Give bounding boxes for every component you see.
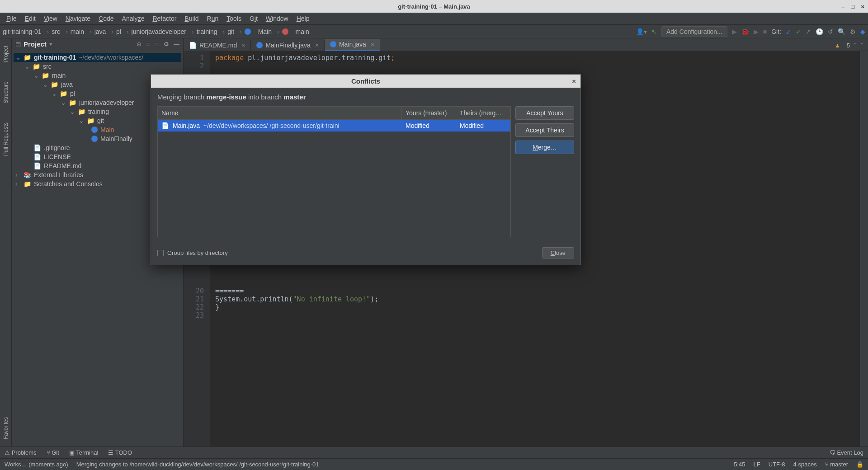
menu-help[interactable]: Help [293,14,313,23]
conflict-row[interactable]: 📄Main.java ~/dev/dev/workspaces/ /git-se… [158,120,510,132]
bottom-tool-strip: ⚠ Problems ⑂ Git ▣ Terminal ☰ TODO 🗨 Eve… [0,446,868,458]
tab-mainfinally[interactable]: MainFinally.java× [251,40,325,51]
sidebar-view-mode-dropdown[interactable]: ▾ [49,41,52,47]
tool-problems[interactable]: ⚠ Problems [5,449,37,456]
crumb-method[interactable]: main [282,28,315,35]
sidebar-title[interactable]: Project [24,40,47,48]
crumb-git[interactable]: git [227,28,241,35]
status-lock-icon[interactable]: 🔒 [856,461,863,468]
menu-run[interactable]: Run [203,14,222,23]
sidebar-settings-icon[interactable]: ⚙ [164,41,169,47]
status-encoding[interactable]: UTF-8 [769,461,785,468]
ide-icon[interactable]: ◆ [860,28,865,35]
crumb-java[interactable]: java [94,28,113,35]
tab-readme[interactable]: 📄 README.md× [184,40,251,51]
stop-icon[interactable]: ■ [763,28,767,35]
git-history-icon[interactable]: 🕑 [816,28,823,35]
status-line-sep[interactable]: LF [754,461,760,468]
search-icon[interactable]: 🔍 [838,28,845,35]
method-icon [282,28,288,35]
crumb-pkg[interactable]: juniorjavadeveloper [132,28,194,35]
user-icon[interactable]: 👤▾ [636,28,647,35]
cell-theirs: Modified [456,120,510,132]
coverage-icon[interactable]: ▶ [754,28,759,35]
menu-file[interactable]: File [3,14,20,23]
tree-root[interactable]: 📁 git-training-01 ~/dev/dev/workspaces/ [14,53,181,62]
minimize-icon[interactable]: – [841,3,844,10]
status-caret-pos[interactable]: 5:45 [734,461,745,468]
conflicts-table[interactable]: Name Yours (master) Theirs (merg… 📄Main.… [157,106,511,237]
hide-sidebar-icon[interactable]: — [174,41,179,47]
run-icon[interactable]: ▶ [732,28,737,35]
class-icon [245,28,251,35]
event-log[interactable]: 🗨 Event Log [830,449,863,456]
menu-view[interactable]: View [40,14,61,23]
rail-structure[interactable]: Structure [3,79,9,106]
tree-src[interactable]: 📁 src [14,62,181,71]
add-configuration-button[interactable]: Add Configuration... [661,26,727,37]
class-icon [256,42,263,48]
close-tab-icon[interactable]: × [241,42,245,49]
status-branch[interactable]: ⑂ master [825,461,848,468]
git-commit-icon[interactable]: ✓ [796,28,801,35]
settings-icon[interactable]: ⚙ [850,28,856,35]
col-theirs[interactable]: Theirs (merg… [456,107,510,119]
menu-tools[interactable]: Tools [223,14,245,23]
git-rollback-icon[interactable]: ↺ [828,28,833,35]
menu-window[interactable]: Window [262,14,292,23]
rail-pull-requests[interactable]: Pull Requests [3,120,9,159]
menu-edit[interactable]: Edit [21,14,39,23]
tool-git[interactable]: ⑂ Git [47,449,59,456]
tool-todo[interactable]: ☰ TODO [108,449,132,456]
crumb-project[interactable]: git-training-01 [3,28,49,35]
git-toolbar-label: Git: [771,28,781,35]
group-by-dir-checkbox[interactable] [157,250,164,256]
status-merge-msg: Merging changes to /home/wild-duckling/d… [76,461,319,468]
collapse-all-icon[interactable]: ≣ [154,41,159,47]
tool-terminal[interactable]: ▣ Terminal [69,449,99,456]
crumb-pl[interactable]: pl [116,28,129,35]
menu-analyze[interactable]: Analyze [118,14,148,23]
rail-favorites[interactable]: Favorites [3,414,9,442]
status-indent[interactable]: 4 spaces [793,461,817,468]
close-window-icon[interactable]: × [861,3,864,10]
git-update-icon[interactable]: ↙ [786,28,791,35]
crumb-src[interactable]: src [52,28,67,35]
close-tab-icon[interactable]: × [371,41,374,48]
close-button[interactable]: Close [542,247,574,258]
left-tool-rail: Project Structure Pull Requests Favorite… [0,38,12,446]
status-task[interactable]: Works… (moments ago) [5,461,68,468]
inspection-warning-icon[interactable]: ▲ [835,42,840,49]
accept-theirs-button[interactable]: Accept Theirs [515,123,574,137]
crumb-main[interactable]: main [71,28,92,35]
crumb-class[interactable]: Main [245,28,279,35]
class-icon [91,127,98,133]
menu-navigate[interactable]: Navigate [62,14,94,23]
git-push-icon[interactable]: ↗ [806,28,811,35]
expand-all-icon[interactable]: ≡ [146,41,150,47]
menu-git[interactable]: Git [246,14,261,23]
crumb-training[interactable]: training [197,28,225,35]
group-by-dir-label: Group files by directory [167,249,228,256]
dialog-close-icon[interactable]: × [572,77,576,85]
locate-icon[interactable]: ⊕ [137,41,142,47]
merge-button[interactable]: Merge… [515,141,574,154]
accept-yours-button[interactable]: Accept Yours [515,106,574,120]
rail-project[interactable]: Project [3,43,9,65]
build-hammer-icon[interactable]: ↖ [651,28,657,35]
close-tab-icon[interactable]: × [315,42,319,49]
editor-scroll-stripe[interactable] [860,51,868,446]
tab-main[interactable]: Main.java× [325,39,380,51]
col-yours[interactable]: Yours (master) [402,107,456,119]
chevron-down-icon[interactable]: ˅ [860,42,863,49]
menu-build[interactable]: Build [181,14,202,23]
maximize-icon[interactable]: □ [851,3,855,10]
menu-refactor[interactable]: Refactor [149,14,180,23]
debug-icon[interactable]: 🐞 [741,28,749,35]
line-number: 21 [186,295,204,303]
chevron-up-icon[interactable]: ˄ [854,42,857,49]
file-icon: 📄 [161,122,169,129]
breadcrumbs: git-training-01 src main java pl juniorj… [3,28,315,35]
menu-code[interactable]: Code [95,14,117,23]
col-name[interactable]: Name [158,107,402,119]
